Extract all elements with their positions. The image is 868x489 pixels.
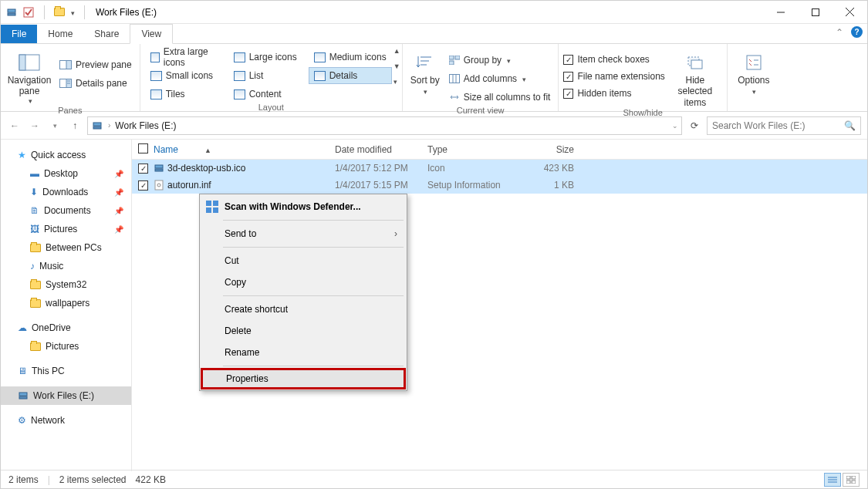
tab-file[interactable]: File [1, 25, 37, 43]
search-input[interactable]: Search Work Files (E:) 🔍 [707, 116, 861, 135]
qat-dropdown[interactable] [69, 7, 75, 18]
nav-pictures[interactable]: 🖼Pictures📌 [1, 220, 131, 238]
layout-medium[interactable]: Medium icons [309, 49, 392, 66]
svg-rect-21 [449, 75, 459, 83]
address-bar-row: ← → ▾ ↑ › Work Files (E:) ⌄ ⟳ Search Wor… [1, 112, 867, 140]
refresh-button[interactable]: ⟳ [687, 120, 702, 131]
nav-work-files[interactable]: Work Files (E:) [1, 386, 131, 405]
svg-rect-8 [19, 55, 25, 70]
tab-view[interactable]: View [130, 24, 173, 44]
file-row[interactable]: autorun.inf 1/4/2017 5:15 PM Setup Infor… [132, 177, 867, 194]
breadcrumb[interactable]: Work Files (E:) [115, 120, 176, 131]
nav-quick-access[interactable]: ★Quick access [1, 146, 131, 164]
nav-onedrive[interactable]: ☁OneDrive [1, 319, 131, 337]
layout-content[interactable]: Content [228, 86, 302, 103]
scroll-down-icon[interactable]: ▼ [393, 62, 400, 70]
size-columns-button[interactable]: Size all columns to fit [446, 89, 554, 106]
ctx-create-shortcut[interactable]: Create shortcut [201, 298, 405, 320]
column-type[interactable]: Type [427, 144, 520, 155]
ctx-rename[interactable]: Rename [201, 342, 405, 363]
column-date[interactable]: Date modified [335, 144, 427, 155]
view-thumbnails-button[interactable] [843, 473, 860, 487]
nav-downloads[interactable]: ⬇Downloads📌 [1, 183, 131, 201]
layout-extra-large[interactable]: Extra large icons [145, 49, 222, 66]
nav-wallpapers[interactable]: wallpapers [1, 294, 131, 312]
ctx-properties[interactable]: Properties [201, 368, 406, 390]
minimize-button[interactable] [763, 2, 798, 23]
collapse-ribbon-icon[interactable]: ⌃ [836, 27, 843, 38]
up-button[interactable]: ↑ [67, 120, 83, 131]
maximize-button[interactable] [798, 2, 833, 23]
ctx-scan-defender[interactable]: Scan with Windows Defender... [201, 196, 405, 218]
folder-icon [30, 299, 41, 308]
tab-share[interactable]: Share [83, 25, 130, 43]
svg-rect-47 [852, 481, 856, 484]
navigation-pane-button[interactable]: Navigation pane [5, 49, 53, 106]
nav-between-pcs[interactable]: Between PCs [1, 238, 131, 257]
preview-pane-button[interactable]: Preview pane [56, 56, 135, 73]
group-by-button[interactable]: Group by [446, 52, 554, 69]
expand-icon[interactable]: ▾ [393, 78, 400, 86]
music-icon: ♪ [30, 261, 35, 271]
layout-list[interactable]: List [228, 67, 302, 84]
file-extensions-toggle[interactable]: File name extensions [563, 69, 664, 84]
layout-small[interactable]: Small icons [145, 67, 222, 84]
nav-documents[interactable]: 🗎Documents📌 [1, 201, 131, 220]
checkbox-icon[interactable] [22, 6, 35, 19]
row-checkbox[interactable] [138, 164, 148, 174]
address-dropdown[interactable]: ⌄ [672, 122, 678, 130]
row-checkbox[interactable] [138, 180, 148, 191]
close-button[interactable] [833, 2, 867, 23]
nav-desktop[interactable]: ▬Desktop📌 [1, 164, 131, 183]
layout-tiles[interactable]: Tiles [145, 86, 222, 103]
sort-by-button[interactable]: Sort by [407, 49, 443, 97]
nav-onedrive-pictures[interactable]: Pictures [1, 337, 131, 356]
layout-icon [234, 89, 245, 99]
item-checkboxes-toggle[interactable]: Item check boxes [563, 52, 664, 67]
options-button[interactable]: Options [732, 49, 775, 97]
chevron-right-icon[interactable]: › [108, 121, 110, 130]
help-icon[interactable]: ? [851, 26, 863, 38]
downloads-icon: ⬇ [30, 187, 38, 197]
group-label: Current view [407, 106, 554, 116]
nav-this-pc[interactable]: 🖥This PC [1, 362, 131, 380]
nav-music[interactable]: ♪Music [1, 257, 131, 275]
layout-icon [150, 71, 162, 81]
file-type: Icon [427, 163, 520, 174]
forward-button[interactable]: → [27, 120, 42, 131]
nav-system32[interactable]: System32 [1, 275, 131, 294]
network-icon: ⚙ [18, 415, 26, 426]
svg-rect-25 [691, 60, 702, 69]
back-button[interactable]: ← [7, 120, 22, 131]
svg-rect-26 [747, 56, 761, 69]
scroll-up-icon[interactable]: ▲ [393, 47, 400, 55]
hidden-items-toggle[interactable]: Hidden items [563, 86, 664, 101]
file-row[interactable]: 3d-desktop-usb.ico 1/4/2017 5:12 PM Icon… [132, 160, 867, 177]
svg-rect-37 [206, 201, 211, 206]
chevron-down-icon [751, 86, 756, 96]
svg-rect-33 [155, 165, 163, 168]
ctx-cut[interactable]: Cut [201, 250, 405, 271]
select-all-checkbox[interactable] [138, 143, 154, 156]
folder-icon [30, 342, 41, 351]
tab-home[interactable]: Home [37, 25, 83, 43]
add-columns-button[interactable]: Add columns [446, 70, 554, 87]
layout-details[interactable]: Details [309, 67, 392, 84]
drive-icon [18, 390, 29, 401]
hide-selected-button[interactable]: Hide selected items [668, 49, 722, 108]
view-details-button[interactable] [824, 473, 841, 487]
column-size[interactable]: Size [520, 144, 582, 155]
layout-large[interactable]: Large icons [228, 49, 302, 66]
column-name[interactable]: Name▲ [154, 144, 335, 155]
details-pane-button[interactable]: Details pane [56, 75, 135, 92]
ctx-delete[interactable]: Delete [201, 320, 405, 342]
nav-network[interactable]: ⚙Network [1, 411, 131, 430]
address-bar[interactable]: › Work Files (E:) ⌄ [87, 116, 682, 135]
ctx-copy[interactable]: Copy [201, 271, 405, 293]
file-size: 1 KB [520, 180, 582, 191]
recent-dropdown[interactable]: ▾ [47, 122, 62, 130]
ctx-send-to[interactable]: Send to› [201, 223, 405, 244]
svg-rect-29 [93, 123, 101, 126]
svg-rect-0 [8, 9, 15, 12]
file-name: 3d-desktop-usb.ico [167, 163, 335, 174]
